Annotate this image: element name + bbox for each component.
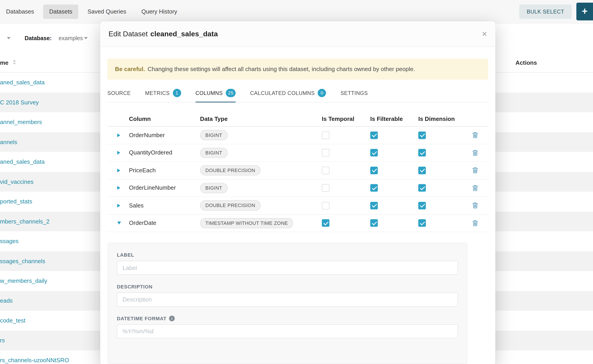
nav-tab-databases[interactable]: Databases	[0, 4, 40, 19]
expand-caret-icon[interactable]	[117, 169, 120, 172]
dataset-link[interactable]: C 2018 Survey	[0, 99, 39, 105]
tab-count-badge: 25	[226, 89, 236, 97]
nav-tabs: DatabasesDatasetsSaved QueriesQuery Hist…	[0, 4, 186, 19]
is-filterable-checkbox[interactable]	[370, 202, 378, 209]
is-temporal-checkbox[interactable]	[322, 167, 329, 174]
detail-field: LABEL	[117, 252, 458, 275]
description-input[interactable]	[117, 292, 458, 306]
delete-column-button[interactable]	[472, 150, 478, 156]
modal-title: Edit Datasetcleaned_sales_data	[109, 30, 218, 38]
name-column-header[interactable]: me	[0, 53, 9, 73]
dataset-link[interactable]: w_members_daily	[0, 277, 47, 284]
delete-column-button[interactable]	[472, 202, 478, 209]
is-filterable-checkbox[interactable]	[370, 220, 378, 227]
is-temporal-checkbox[interactable]	[322, 220, 329, 227]
tab-label: COLUMNS	[195, 90, 223, 96]
detail-field: DESCRIPTION	[117, 284, 458, 307]
dataset-link[interactable]: vid_vaccines	[0, 178, 34, 184]
is-dimension-checkbox[interactable]	[418, 149, 426, 157]
is-dimension-checkbox[interactable]	[418, 184, 426, 192]
delete-column-button[interactable]	[472, 132, 478, 138]
dataset-link[interactable]: ported_stats	[0, 198, 32, 204]
warning-banner: Be careful. Changing these settings will…	[107, 59, 488, 80]
column-name: OrderLineNumber	[129, 184, 200, 191]
data-type-pill: DOUBLE PRECISION	[200, 165, 261, 176]
columns-table-body: OrderNumberBIGINTQuantityOrderedBIGINTPr…	[107, 127, 488, 232]
dataset-link[interactable]: aned_sales_data	[0, 158, 45, 165]
data-type-pill: BIGINT	[200, 148, 228, 158]
is-temporal-checkbox[interactable]	[322, 131, 329, 139]
label-input[interactable]	[117, 261, 458, 275]
sort-icon[interactable]	[13, 60, 16, 65]
dataset-link[interactable]: rs_channels-uzooNNtSRO	[0, 357, 69, 363]
datetime-format-input[interactable]	[117, 324, 458, 338]
chevron-down-icon[interactable]	[84, 37, 88, 39]
column-detail-panel: LABELDESCRIPTIONDATETIME FORMATi	[107, 243, 468, 364]
database-filter-value[interactable]: examples	[59, 35, 83, 41]
column-name: PriceEach	[129, 167, 200, 174]
is-dimension-checkbox[interactable]	[418, 202, 426, 209]
warning-text: Changing these settings will affect all …	[148, 66, 415, 73]
close-icon[interactable]: ×	[482, 29, 487, 38]
is-temporal-checkbox[interactable]	[322, 149, 329, 157]
modal-tab-source[interactable]: SOURCE	[107, 85, 131, 102]
delete-column-button[interactable]	[472, 167, 478, 173]
delete-column-button[interactable]	[472, 220, 478, 226]
tab-label: SOURCE	[107, 90, 131, 96]
dataset-link[interactable]: ssages_channels	[0, 258, 45, 264]
dataset-link[interactable]: rs	[0, 337, 5, 343]
dataset-name: cleaned_sales_data	[150, 30, 218, 38]
chevron-down-icon[interactable]	[7, 37, 11, 39]
dataset-link[interactable]: aned_sales_data	[0, 79, 45, 85]
is-dimension-checkbox[interactable]	[418, 167, 426, 174]
is-temporal-checkbox[interactable]	[322, 184, 329, 192]
expand-caret-icon[interactable]	[117, 186, 120, 190]
nav-tab-saved-queries[interactable]: Saved Queries	[81, 4, 132, 19]
modal-tabs: SOURCEMETRICS1COLUMNS25CALCULATED COLUMN…	[107, 85, 488, 102]
columns-table: Column Data Type Is Temporal Is Filterab…	[107, 111, 488, 232]
is-filterable-checkbox[interactable]	[370, 167, 378, 174]
column-row: QuantityOrderedBIGINT	[107, 144, 488, 162]
nav-tab-query-history[interactable]: Query History	[135, 4, 183, 19]
dataset-link[interactable]: code_test	[0, 317, 26, 323]
field-label-text: LABEL	[117, 252, 134, 258]
expand-caret-icon[interactable]	[117, 133, 120, 137]
modal-tab-columns[interactable]: COLUMNS25	[195, 85, 236, 102]
dataset-link[interactable]: mbers_channels_2	[0, 218, 50, 224]
columns-table-header: Column Data Type Is Temporal Is Filterab…	[107, 111, 488, 127]
actions-column-header: Actions	[515, 53, 537, 73]
is-temporal-checkbox[interactable]	[322, 202, 329, 209]
expand-caret-icon[interactable]	[117, 151, 120, 155]
top-nav: DatabasesDatasetsSaved QueriesQuery Hist…	[0, 0, 593, 23]
modal-tab-calculated-columns[interactable]: CALCULATED COLUMNS0	[250, 85, 326, 102]
add-dataset-button[interactable]: +	[576, 3, 593, 20]
dataset-link[interactable]: annel_members	[0, 119, 42, 125]
dataset-link[interactable]: annels	[0, 138, 17, 145]
is-filterable-header: Is Filterable	[370, 116, 418, 122]
column-row: OrderNumberBIGINT	[107, 127, 488, 144]
delete-column-button[interactable]	[472, 185, 478, 191]
tab-label: METRICS	[145, 90, 170, 96]
field-label: LABEL	[117, 252, 458, 258]
tab-count-badge: 0	[318, 89, 326, 97]
is-filterable-checkbox[interactable]	[370, 149, 378, 157]
collapse-caret-icon[interactable]	[117, 222, 121, 225]
modal-tab-metrics[interactable]: METRICS1	[145, 85, 181, 102]
dataset-link[interactable]: ssages	[0, 238, 19, 244]
is-filterable-checkbox[interactable]	[370, 131, 378, 139]
nav-tab-datasets[interactable]: Datasets	[43, 4, 78, 19]
detail-field: DATETIME FORMATi	[117, 316, 458, 338]
bulk-select-button[interactable]: BULK SELECT	[519, 5, 572, 19]
dataset-link[interactable]: eads	[0, 297, 13, 304]
column-header: Column	[129, 116, 200, 122]
column-name: QuantityOrdered	[129, 149, 200, 156]
tab-label: CALCULATED COLUMNS	[250, 90, 315, 96]
is-filterable-checkbox[interactable]	[370, 184, 378, 192]
modal-tab-settings[interactable]: SETTINGS	[341, 85, 368, 102]
is-dimension-checkbox[interactable]	[418, 131, 426, 139]
plus-icon: +	[582, 6, 587, 17]
expand-caret-icon[interactable]	[117, 204, 120, 208]
tab-count-badge: 1	[173, 89, 181, 97]
info-icon[interactable]: i	[169, 316, 175, 321]
is-dimension-checkbox[interactable]	[418, 220, 426, 227]
